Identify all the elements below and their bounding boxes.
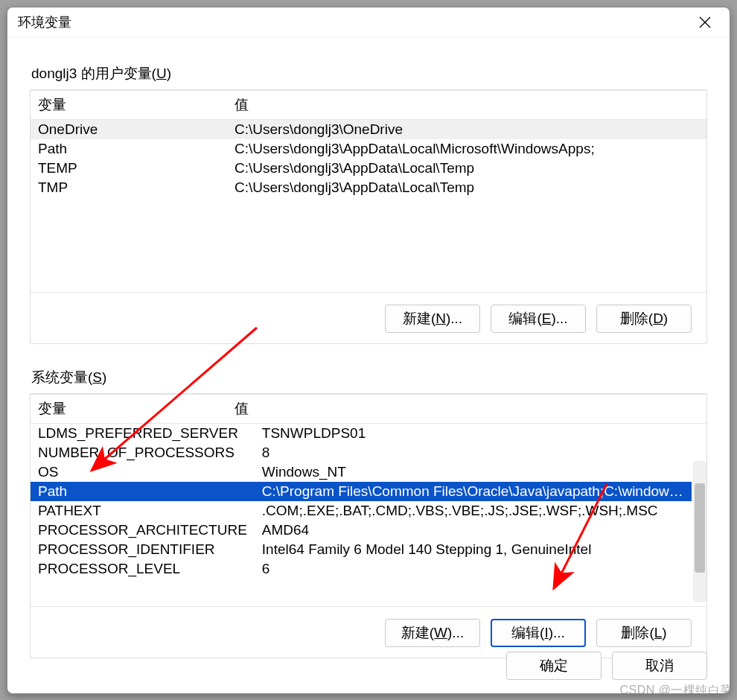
user-vars-label: donglj3 的用户变量(U) (31, 64, 707, 83)
user-edit-button[interactable]: 编辑(E)... (491, 305, 586, 333)
dialog-footer: 确定 取消 (506, 652, 707, 680)
var-name: PATHEXT (31, 501, 255, 521)
var-name: PROCESSOR_IDENTIFIER (31, 540, 255, 559)
var-value: Windows_NT (255, 462, 692, 482)
var-value: C:\Users\donglj3\AppData\Local\Temp (227, 159, 706, 178)
table-row[interactable]: LDMS_PREFERRED_SERVERTSNWPLDPS01 (31, 424, 692, 443)
var-value: C:\Program Files\Common Files\Oracle\Jav… (255, 482, 692, 501)
var-name: Path (31, 139, 227, 159)
system-vars-table-header[interactable]: 变量 值 (31, 394, 706, 424)
var-name: TEMP (31, 159, 227, 178)
user-col-value[interactable]: 值 (227, 91, 706, 120)
dialog-title: 环境变量 (18, 13, 691, 31)
var-name: PROCESSOR_ARCHITECTURE (31, 521, 255, 540)
var-value: .COM;.EXE;.BAT;.CMD;.VBS;.VBE;.JS;.JSE;.… (255, 501, 692, 521)
cancel-button[interactable]: 取消 (612, 652, 707, 680)
system-vars-group: 变量 值 LDMS_PREFERRED_SERVERTSNWPLDPS01NUM… (30, 393, 707, 658)
user-col-name[interactable]: 变量 (31, 91, 227, 120)
user-buttons: 新建(N)... 编辑(E)... 删除(D) (31, 293, 706, 333)
table-row[interactable]: PROCESSOR_IDENTIFIERIntel64 Family 6 Mod… (31, 540, 692, 559)
var-name: OneDrive (31, 120, 227, 139)
var-value: Intel64 Family 6 Model 140 Stepping 1, G… (255, 540, 692, 559)
system-vars-label: 系统变量(S) (31, 368, 707, 387)
var-name: NUMBER_OF_PROCESSORS (31, 443, 255, 462)
var-value: TSNWPLDPS01 (255, 424, 692, 443)
table-row[interactable]: OneDriveC:\Users\donglj3\OneDrive (31, 120, 706, 139)
environment-variables-dialog: 环境变量 donglj3 的用户变量(U) 变量 值 OneDriveC (7, 7, 730, 694)
close-icon (699, 16, 711, 28)
table-row[interactable]: TEMPC:\Users\donglj3\AppData\Local\Temp (31, 159, 706, 178)
var-value: C:\Users\donglj3\AppData\Local\Microsoft… (227, 139, 706, 159)
var-value: 8 (255, 443, 692, 462)
system-new-button[interactable]: 新建(W)... (385, 619, 480, 647)
var-name: OS (31, 462, 255, 482)
var-value: AMD64 (255, 521, 692, 540)
user-delete-button[interactable]: 删除(D) (596, 305, 692, 333)
var-name: Path (31, 482, 255, 501)
table-row[interactable]: TMPC:\Users\donglj3\AppData\Local\Temp (31, 178, 706, 197)
var-name: LDMS_PREFERRED_SERVER (31, 424, 255, 443)
scrollbar-thumb[interactable] (695, 483, 705, 573)
system-buttons: 新建(W)... 编辑(I)... 删除(L) (31, 607, 706, 647)
ok-button[interactable]: 确定 (506, 652, 602, 680)
table-row[interactable]: PROCESSOR_ARCHITECTUREAMD64 (31, 521, 692, 540)
titlebar: 环境变量 (7, 7, 730, 37)
table-row[interactable]: OSWindows_NT (31, 462, 692, 482)
user-vars-table[interactable]: 变量 值 (31, 90, 706, 120)
system-scrollbar[interactable] (693, 461, 706, 602)
table-row[interactable]: PathC:\Users\donglj3\AppData\Local\Micro… (31, 139, 706, 159)
table-row[interactable]: PROCESSOR_LEVEL6 (31, 559, 692, 579)
close-button[interactable] (691, 8, 719, 36)
system-edit-button[interactable]: 编辑(I)... (491, 619, 586, 647)
user-new-button[interactable]: 新建(N)... (385, 305, 480, 333)
var-name: TMP (31, 178, 227, 197)
sys-col-value[interactable]: 值 (227, 395, 706, 424)
var-name: PROCESSOR_LEVEL (31, 559, 255, 579)
var-value: 6 (255, 559, 692, 579)
table-row[interactable]: NUMBER_OF_PROCESSORS8 (31, 443, 692, 462)
table-row[interactable]: PathC:\Program Files\Common Files\Oracle… (31, 482, 692, 501)
table-row[interactable]: PATHEXT.COM;.EXE;.BAT;.CMD;.VBS;.VBE;.JS… (31, 501, 692, 521)
var-value: C:\Users\donglj3\AppData\Local\Temp (227, 178, 706, 197)
watermark: CSDN @一棵纯白菜 (619, 683, 733, 699)
system-delete-button[interactable]: 删除(L) (596, 619, 692, 647)
var-value: C:\Users\donglj3\OneDrive (227, 120, 706, 139)
sys-col-name[interactable]: 变量 (31, 395, 227, 424)
user-vars-group: 变量 值 OneDriveC:\Users\donglj3\OneDrivePa… (30, 89, 707, 344)
